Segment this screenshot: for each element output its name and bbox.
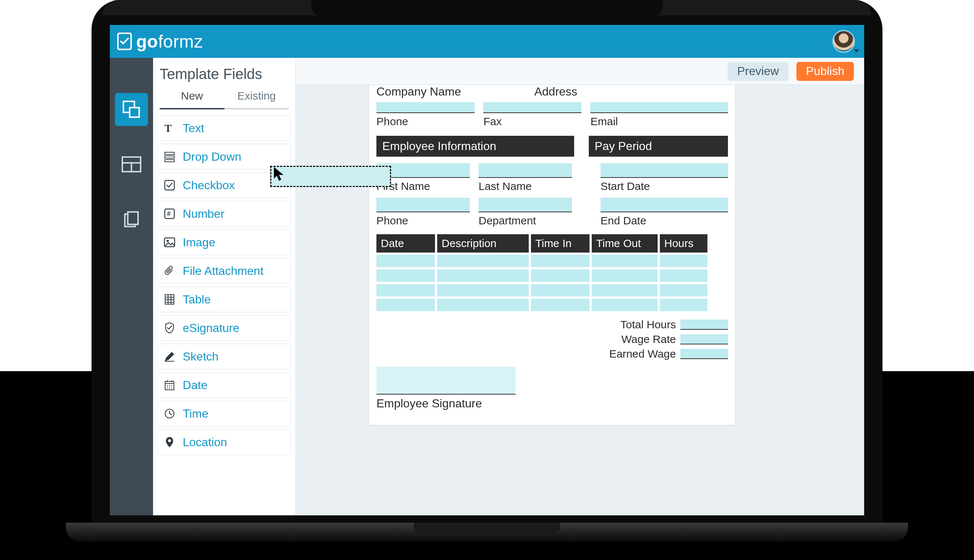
company-name-label: Company Name bbox=[377, 85, 461, 98]
department-label: Department bbox=[479, 215, 572, 227]
email-input[interactable] bbox=[590, 102, 728, 113]
image-icon bbox=[162, 235, 177, 250]
emp-phone-input[interactable] bbox=[377, 198, 470, 212]
field-dropdown[interactable]: Drop Down bbox=[157, 144, 291, 170]
field-esignature[interactable]: eSignature bbox=[157, 315, 291, 341]
start-date-label: Start Date bbox=[600, 180, 728, 193]
user-avatar[interactable] bbox=[833, 31, 854, 52]
department-input[interactable] bbox=[479, 198, 572, 212]
first-name-label: First Name bbox=[377, 180, 470, 193]
laptop-top-strip bbox=[103, 0, 871, 15]
field-label: Drop Down bbox=[183, 150, 241, 163]
tab-new[interactable]: New bbox=[160, 86, 225, 110]
th-time-out: Time Out bbox=[592, 234, 658, 253]
table-row[interactable] bbox=[377, 299, 728, 311]
fax-label: Fax bbox=[483, 115, 582, 128]
table-row[interactable] bbox=[377, 284, 728, 297]
field-location[interactable]: Location bbox=[157, 429, 291, 455]
text-icon: T bbox=[162, 121, 177, 135]
nav-layout[interactable] bbox=[115, 148, 148, 181]
app-body: Template Fields New Existing T Text Drop… bbox=[110, 58, 864, 515]
field-label: Sketch bbox=[183, 350, 218, 363]
field-text[interactable]: T Text bbox=[157, 115, 291, 141]
field-number[interactable]: # Number bbox=[157, 201, 291, 227]
field-time[interactable]: Time bbox=[157, 401, 291, 427]
action-bar: Preview Publish bbox=[296, 58, 864, 85]
svg-line-36 bbox=[170, 413, 172, 415]
address-label: Address bbox=[534, 85, 577, 98]
table-row[interactable] bbox=[377, 255, 728, 267]
location-pin-icon bbox=[162, 435, 177, 450]
last-name-input[interactable] bbox=[479, 163, 572, 178]
brand-text-light: formz bbox=[158, 32, 203, 51]
field-file-attachment[interactable]: File Attachment bbox=[157, 258, 291, 284]
first-name-input[interactable] bbox=[377, 163, 470, 178]
field-date[interactable]: Date bbox=[157, 372, 291, 398]
calendar-icon bbox=[162, 378, 177, 392]
end-date-label: End Date bbox=[600, 215, 728, 227]
emp-phone-label: Phone bbox=[377, 215, 470, 227]
svg-rect-12 bbox=[165, 180, 174, 190]
app-screen: goformz bbox=[110, 25, 864, 515]
brand-logo[interactable]: goformz bbox=[117, 32, 203, 52]
dropdown-icon bbox=[162, 149, 177, 164]
panel-title: Template Fields bbox=[153, 58, 295, 86]
shield-check-icon bbox=[162, 321, 177, 335]
tab-existing[interactable]: Existing bbox=[225, 86, 289, 110]
field-label: File Attachment bbox=[183, 264, 264, 278]
preview-button[interactable]: Preview bbox=[727, 62, 788, 81]
svg-rect-2 bbox=[130, 108, 139, 117]
total-hours-label: Total Hours bbox=[620, 318, 676, 331]
signature-input[interactable] bbox=[377, 367, 515, 395]
field-sketch[interactable]: Sketch bbox=[157, 344, 291, 369]
fax-input[interactable] bbox=[483, 102, 582, 113]
svg-point-28 bbox=[167, 385, 168, 387]
pencil-icon bbox=[162, 349, 177, 364]
nav-pages[interactable] bbox=[115, 203, 148, 236]
earned-wage-input[interactable] bbox=[680, 349, 728, 359]
number-icon: # bbox=[162, 207, 177, 221]
chevron-down-icon bbox=[854, 49, 859, 52]
field-label: Date bbox=[183, 378, 208, 392]
field-list: T Text Drop Down Checkbox bbox=[153, 110, 295, 464]
svg-point-33 bbox=[171, 388, 172, 389]
brand-text-bold: go bbox=[136, 32, 158, 51]
field-label: Time bbox=[183, 407, 208, 420]
start-date-input[interactable] bbox=[600, 163, 728, 178]
timesheet-table: Date Description Time In Time Out Hours bbox=[377, 234, 728, 311]
panel-tabs: New Existing bbox=[153, 86, 295, 110]
field-checkbox[interactable]: Checkbox bbox=[157, 172, 291, 198]
svg-rect-10 bbox=[165, 156, 174, 158]
svg-point-37 bbox=[168, 439, 171, 442]
field-label: Table bbox=[183, 293, 211, 307]
field-label: Text bbox=[183, 122, 204, 135]
field-table[interactable]: Table bbox=[157, 287, 291, 312]
total-hours-input[interactable] bbox=[680, 320, 728, 330]
svg-point-31 bbox=[167, 388, 168, 389]
field-image[interactable]: Image bbox=[157, 230, 291, 255]
clock-icon bbox=[162, 406, 177, 421]
brand-clipboard-icon bbox=[117, 33, 133, 50]
svg-rect-9 bbox=[165, 152, 174, 155]
email-label: Email bbox=[590, 115, 728, 128]
nav-builder[interactable] bbox=[115, 93, 148, 126]
paperclip-icon bbox=[162, 263, 177, 278]
publish-button[interactable]: Publish bbox=[796, 62, 854, 81]
field-label: eSignature bbox=[183, 322, 240, 335]
end-date-input[interactable] bbox=[600, 198, 728, 212]
phone-input[interactable] bbox=[377, 102, 475, 113]
topbar: goformz bbox=[110, 25, 864, 58]
table-icon bbox=[162, 292, 177, 307]
table-row[interactable] bbox=[377, 269, 728, 282]
signature-label: Employee Signature bbox=[377, 397, 728, 410]
pay-period-header: Pay Period bbox=[589, 136, 728, 157]
field-label: Checkbox bbox=[183, 178, 235, 192]
laptop-trackpad-indent bbox=[414, 523, 560, 533]
form-page[interactable]: Company Name Address Phone Fax bbox=[369, 85, 735, 425]
laptop-notch bbox=[311, 0, 663, 15]
svg-rect-11 bbox=[165, 160, 174, 162]
employee-info-header: Employee Information bbox=[377, 136, 574, 157]
canvas[interactable]: Company Name Address Phone Fax bbox=[296, 85, 864, 515]
wage-rate-input[interactable] bbox=[680, 334, 728, 344]
svg-rect-7 bbox=[128, 212, 138, 224]
